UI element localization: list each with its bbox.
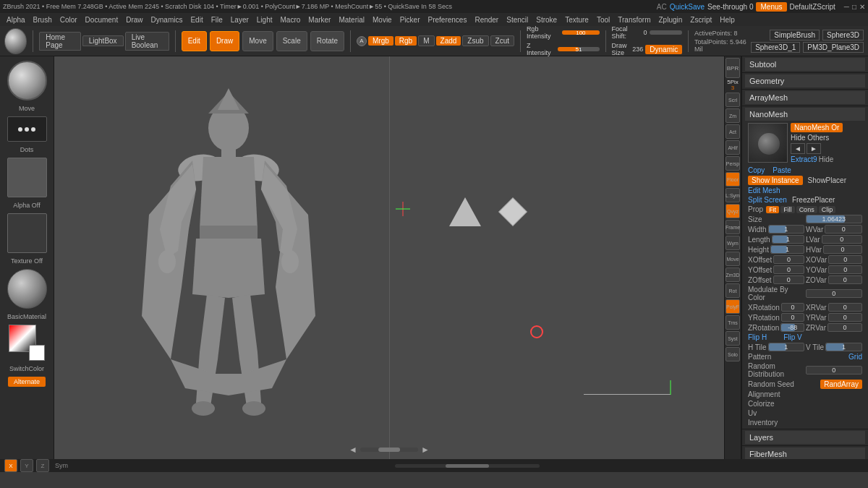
alpha-preview[interactable] [7, 158, 47, 197]
move-3d-btn[interactable]: Move [726, 252, 740, 266]
viewport[interactable]: ◄ ► [54, 56, 724, 459]
document-menu[interactable]: Document [82, 15, 122, 25]
solo-btn[interactable]: Solo [726, 347, 740, 361]
nanomesh-on-btn[interactable]: NanoMesh Or [791, 123, 843, 132]
lsym-btn[interactable]: L:Sym [726, 188, 740, 202]
qvyz-btn[interactable]: Qvyz [726, 204, 740, 218]
paste-btn[interactable]: Paste [773, 166, 791, 174]
edit-mesh-btn[interactable]: Edit Mesh [748, 187, 780, 194]
sym-btn[interactable]: X [4, 459, 17, 472]
split-screen-btn[interactable]: Split Screen [748, 196, 787, 204]
picker-menu[interactable]: Picker [396, 15, 424, 25]
modulate-color-slider[interactable]: 0 [806, 289, 863, 298]
maximize-btn[interactable]: □ [852, 3, 856, 11]
alpha-menu[interactable]: Alpha [3, 15, 29, 25]
tab-lightbox[interactable]: LightBox [82, 35, 124, 46]
fit-btn[interactable]: Fit [766, 206, 779, 213]
zcut-btn[interactable]: Zcut [490, 35, 514, 46]
floor-btn[interactable]: Floor [726, 172, 740, 187]
focal-shift-slider[interactable] [650, 30, 683, 35]
ahalf-btn[interactable]: AHlf [726, 140, 740, 155]
help-menu[interactable]: Help [716, 15, 739, 25]
scroll-btn[interactable]: Scrl [726, 93, 740, 107]
grid-btn[interactable]: Grid [848, 353, 862, 361]
syst-btn[interactable]: Syst [726, 331, 740, 346]
xoffset-slider[interactable]: 0 [773, 255, 804, 264]
show-placer-label[interactable]: ShowPlacer [808, 176, 846, 184]
lvar-slider[interactable]: 0 [822, 235, 862, 244]
randarray-btn[interactable]: RandArray [820, 380, 862, 389]
menus-btn[interactable]: Menus [756, 2, 786, 12]
xovar-slider[interactable]: 0 [828, 255, 862, 264]
random-dist-slider[interactable]: 0 [806, 366, 863, 374]
prev-btn[interactable]: ◄ [791, 143, 805, 154]
geometry-header[interactable]: Geometry [745, 74, 865, 87]
persp-btn[interactable]: Persp [726, 156, 740, 171]
zoom-btn[interactable]: Zm [726, 108, 740, 123]
length-slider[interactable]: 1 [772, 235, 804, 244]
scroll-right-btn[interactable]: ► [421, 445, 430, 455]
move-btn[interactable]: Move [242, 31, 273, 51]
rotate-3d-btn[interactable]: Rot [726, 283, 740, 298]
draw-btn[interactable]: Draw [210, 31, 239, 51]
switch-color-btn[interactable]: SwitchColor [9, 365, 44, 372]
rgb-intensity-slider[interactable]: 100 [562, 30, 600, 35]
tab-home-page[interactable]: Home Page [39, 32, 80, 51]
hide-others-label[interactable]: Hide Others [791, 134, 829, 142]
z-intensity-slider[interactable]: 51 [558, 47, 599, 51]
bpr-btn[interactable]: BPR [726, 58, 740, 78]
zsub-btn[interactable]: Zsub [462, 35, 488, 46]
fill-btn[interactable]: Fill [780, 206, 795, 213]
light-menu[interactable]: Light [253, 15, 276, 25]
flip-v-btn[interactable]: Flip V [783, 333, 802, 341]
tab-live-boolean[interactable]: Live Boolean [125, 32, 169, 51]
yoffset-slider[interactable]: 0 [773, 265, 804, 274]
yrvar-slider[interactable]: 0 [828, 313, 862, 322]
height-slider[interactable]: 1 [770, 245, 804, 254]
actual-btn[interactable]: Act [726, 124, 740, 139]
transp-btn[interactable]: Trns [726, 315, 740, 330]
zrotation-slider[interactable]: -88 [780, 323, 804, 332]
show-instance-btn[interactable]: Show Instance [748, 176, 803, 185]
colorize-label[interactable]: Colorize [748, 400, 862, 408]
close-btn[interactable]: ✕ [859, 3, 865, 11]
nanomesh-preview[interactable] [748, 123, 788, 163]
sphere3d-btn[interactable]: Sphere3D [822, 30, 864, 40]
nanomesh-header[interactable]: NanoMesh [745, 108, 865, 121]
wvar-slider[interactable]: 0 [825, 225, 862, 234]
scale-btn[interactable]: Scale [276, 31, 307, 51]
see-through-btn[interactable]: See-through 0 [707, 3, 753, 11]
edit-btn[interactable]: Edit [182, 31, 207, 51]
minimize-btn[interactable]: ─ [844, 3, 849, 11]
material-menu[interactable]: Material [335, 15, 368, 25]
texture-preview[interactable] [7, 213, 47, 253]
scroll-left-btn[interactable]: ◄ [349, 445, 357, 455]
pm3d-plane3d-btn[interactable]: PM3D_Plane3D [803, 42, 864, 53]
clip-btn[interactable]: Clip [819, 206, 836, 213]
zoffset-slider[interactable]: 0 [773, 275, 804, 284]
next-btn[interactable]: ► [807, 143, 821, 154]
simplebrush-btn[interactable]: SimpleBrush [770, 30, 820, 40]
mrgb-btn[interactable]: Mrgb [368, 36, 393, 46]
dynamic-btn[interactable]: Dynamic [645, 45, 682, 54]
marker-menu[interactable]: Marker [305, 15, 334, 25]
subtool-header[interactable]: Subtool [745, 58, 865, 71]
brush-preview-sphere[interactable] [7, 61, 47, 100]
xrotation-slider[interactable]: 0 [781, 303, 804, 312]
freeze-placer-label[interactable]: FreezePlacer [792, 196, 835, 204]
dynamics-menu[interactable]: Dynamics [148, 15, 187, 25]
uv-label[interactable]: Uv [748, 409, 862, 417]
stencil-menu[interactable]: Stencil [503, 15, 532, 25]
rgb-btn[interactable]: Rgb [395, 36, 417, 46]
zscript-menu[interactable]: Zscript [686, 15, 715, 25]
polyf-btn[interactable]: PolyF [726, 299, 740, 314]
flip-h-btn[interactable]: Flip H [748, 333, 767, 341]
cons-btn[interactable]: Cons [796, 206, 817, 213]
brush-menu[interactable]: Brush [30, 15, 56, 25]
rotate-btn[interactable]: Rotate [310, 31, 344, 51]
sphere3d-1-btn[interactable]: Sphere3D_1 [751, 42, 800, 53]
yovar-slider[interactable]: 0 [828, 265, 862, 274]
stroke-preview[interactable] [7, 116, 47, 142]
brush-sphere[interactable] [4, 28, 27, 54]
tool-menu-item[interactable]: Tool [593, 15, 613, 25]
